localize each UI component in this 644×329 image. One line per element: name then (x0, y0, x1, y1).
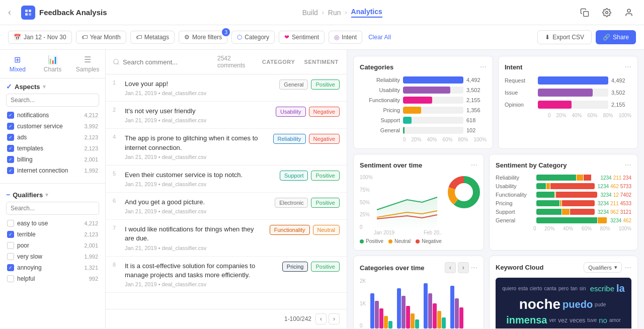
table-row[interactable]: 7 I would like notifications for things … (106, 220, 347, 256)
kw-ver[interactable]: ver (549, 317, 556, 323)
table-row[interactable]: 4 The app is prone to glitching when it … (106, 129, 347, 165)
nav-back-btn[interactable]: ‹ (8, 7, 11, 18)
period-filter-btn[interactable]: 🏷 Year Month (76, 31, 126, 44)
sidebar-item-aspect[interactable]: billing 2,001 (6, 154, 99, 165)
category-filter-btn[interactable]: ⬡ Category (231, 31, 275, 44)
qualifiers-header[interactable]: − Qualifiers ▾ (6, 191, 99, 199)
sidebar-item-qualifier[interactable]: very slow 1,992 (6, 251, 99, 262)
keyword-qualifiers-btn[interactable]: Qualifiers ▾ (584, 262, 621, 273)
sidebar-item-check (7, 112, 14, 119)
comment-text: Even their customer service is top notch… (125, 171, 275, 180)
intent-card-header: Intent ··· (505, 62, 631, 71)
sentiment-filter-btn[interactable]: ❤ Sentiment (279, 31, 325, 44)
comments-list: 1 Love your app! Jan 21, 2019 • deal_cla… (106, 74, 347, 309)
table-row[interactable]: 1 Love your app! Jan 21, 2019 • deal_cla… (106, 74, 347, 102)
intent-filter-btn[interactable]: ◎ Intent (329, 31, 362, 44)
cat-over-time-menu-btn[interactable]: ··· (471, 263, 477, 272)
comments-count: 2542 comments (217, 55, 254, 69)
aspects-list: notifications 4,212 customer service 3,9… (6, 110, 99, 176)
nav-step-analytics[interactable]: Analytics (351, 8, 382, 18)
kw-quiero[interactable]: quiero (502, 286, 516, 291)
kw-escribe[interactable]: escribe (590, 284, 614, 293)
nav-step-run[interactable]: Run (328, 9, 341, 17)
sentiment-legend: Positive Neutral Negative (360, 238, 442, 244)
cat-over-time-header: Categories over time ‹ › ··· (360, 262, 477, 273)
cat-time-prev-btn[interactable]: ‹ (445, 262, 456, 273)
keyword-menu-btn[interactable]: ··· (625, 263, 631, 272)
kw-inmensa[interactable]: inmensa (506, 314, 547, 326)
sidebar-item-qualifier[interactable]: annoying 1,321 (6, 262, 99, 273)
sidebar-item-aspect[interactable]: ads 2,123 (6, 132, 99, 143)
kw-no[interactable]: no (599, 316, 607, 324)
user-icon-btn[interactable] (622, 6, 636, 20)
kw-noche[interactable]: noche (519, 296, 560, 312)
table-row[interactable]: 2 It's not very user friendly Jan 21, 20… (106, 102, 347, 129)
table-row[interactable]: 6 And you get a good picture. Jan 21, 20… (106, 193, 347, 220)
kw-tan[interactable]: tan (571, 286, 578, 291)
sidebar-item-aspect[interactable]: internet connection 1,992 (6, 165, 99, 176)
qualifiers-search-input[interactable] (6, 202, 99, 215)
intent-bar-wrap (538, 89, 608, 97)
sidebar-item-label: internet connection (17, 167, 81, 174)
aspects-search-input[interactable] (6, 94, 99, 107)
date-filter-btn[interactable]: 📅 Jan 12 - Nov 30 (8, 31, 72, 44)
table-row[interactable]: 5 Even their customer service is top not… (106, 166, 347, 193)
sidebar-item-qualifier[interactable]: terrible 2,123 (6, 229, 99, 240)
svg-rect-12 (370, 293, 374, 328)
kw-veces[interactable]: veces (570, 317, 585, 324)
svg-rect-17 (397, 288, 401, 328)
sidebar-item-qualifier[interactable]: poor 2,001 (6, 240, 99, 251)
intent-menu-btn[interactable]: ··· (625, 62, 631, 71)
cat-bar-label: General (360, 127, 400, 133)
charts-icon: 📊 (48, 55, 58, 64)
copy-icon-btn[interactable] (578, 6, 592, 20)
comments-search-input[interactable] (123, 58, 213, 66)
aspects-header[interactable]: ✓ Aspects ▾ (6, 83, 99, 91)
settings-icon-btn[interactable] (600, 6, 614, 20)
kw-esta[interactable]: esta (518, 286, 528, 291)
svg-rect-27 (450, 286, 454, 328)
kw-amor[interactable]: amor (609, 317, 621, 323)
export-csv-btn[interactable]: ⬇ Export CSV (537, 30, 592, 44)
kw-cierto[interactable]: cierto (530, 286, 542, 291)
sidebar-tab-mixed[interactable]: ⊞ Mixed (0, 50, 35, 78)
share-btn[interactable]: 🔗 Share (596, 30, 636, 44)
sidebar-tab-samples[interactable]: ☰ Samples (70, 50, 105, 78)
sidebar-tab-charts[interactable]: 📊 Charts (35, 50, 70, 78)
sidebar-item-qualifier[interactable]: easy to use 4,212 (6, 218, 99, 229)
sidebar-item-label: ads (17, 134, 81, 141)
sidebar-item-label: very slow (17, 253, 81, 260)
metatags-filter-btn[interactable]: 🏷 Metatags (130, 31, 175, 44)
categories-menu-btn[interactable]: ··· (480, 62, 487, 71)
sidebar-item-aspect[interactable]: notifications 4,212 (6, 110, 99, 121)
categories-card-title: Categories (360, 63, 393, 71)
kw-pero[interactable]: pero (558, 286, 569, 291)
table-row[interactable]: 8 It is a cost-effective solution for co… (106, 257, 347, 293)
sentiment-time-menu-btn[interactable]: ··· (471, 160, 477, 170)
kw-pude[interactable]: pude (595, 302, 606, 307)
clear-all-btn[interactable]: Clear All (368, 34, 391, 41)
intent-bar-row: Request 4,492 (505, 76, 631, 85)
kw-vez[interactable]: vez (558, 317, 568, 324)
svg-rect-21 (415, 319, 419, 328)
kw-sin[interactable]: sin (580, 286, 586, 291)
sent-by-cat-row: Pricing 3234 211 4533 (496, 200, 631, 206)
kw-tuve[interactable]: tuve (587, 317, 597, 323)
nav-step-build[interactable]: Build (302, 9, 318, 17)
sidebar-item-aspect[interactable]: customer service 3,992 (6, 121, 99, 132)
intent-bar-label: Request (505, 77, 535, 84)
kw-puedo[interactable]: puedo (562, 299, 593, 310)
next-page-btn[interactable]: › (329, 313, 340, 324)
categories-card-header: Categories ··· (360, 62, 487, 71)
kw-la[interactable]: la (616, 283, 625, 294)
sidebar-item-qualifier[interactable]: helpful 992 (6, 273, 99, 284)
more-filters-btn[interactable]: ⚙ More filters 3 (179, 31, 227, 44)
sidebar-item-aspect[interactable]: templates 2,123 (6, 143, 99, 154)
kw-verso[interactable]: verso (557, 328, 570, 328)
sentiment-by-cat-menu-btn[interactable]: ··· (625, 160, 631, 170)
sidebar-item-count: 2,123 (84, 134, 98, 140)
prev-page-btn[interactable]: ‹ (315, 313, 327, 324)
category-bar-row: Reliability 4,492 (360, 76, 487, 84)
kw-canta[interactable]: canta (544, 286, 556, 291)
cat-time-next-btn[interactable]: › (458, 262, 469, 273)
